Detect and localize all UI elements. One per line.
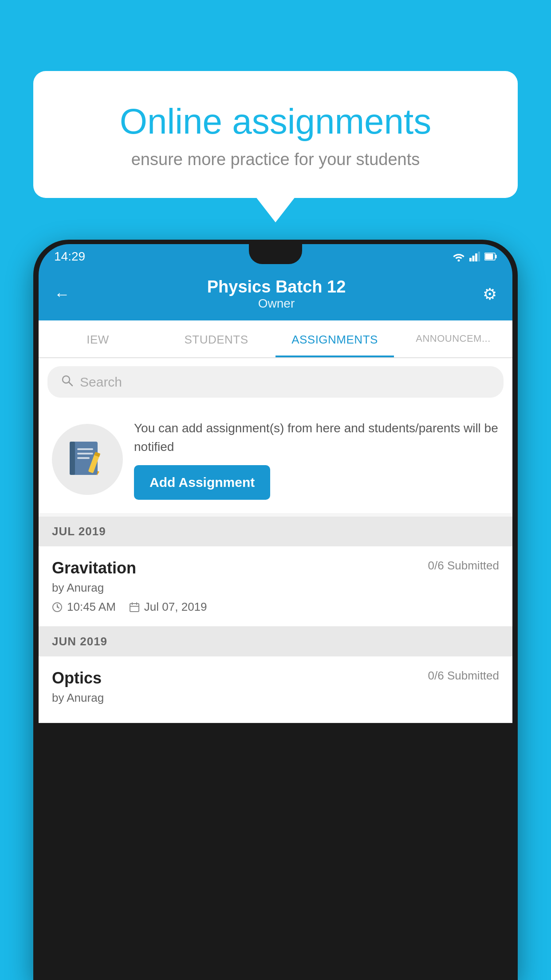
svg-rect-3 xyxy=(475,253,477,261)
notebook-icon xyxy=(67,439,107,479)
assignment-header-row: Gravitation 0/6 Submitted xyxy=(52,559,499,577)
settings-gear-icon[interactable]: ⚙ xyxy=(483,285,497,304)
svg-rect-1 xyxy=(469,258,472,261)
svg-rect-7 xyxy=(496,255,497,258)
header-title-group: Physics Batch 12 Owner xyxy=(207,277,346,311)
tab-announcements[interactable]: ANNOUNCEM... xyxy=(394,320,512,357)
svg-rect-11 xyxy=(70,442,75,475)
svg-rect-12 xyxy=(77,448,93,450)
svg-rect-14 xyxy=(77,457,90,459)
calendar-icon xyxy=(129,602,140,612)
assignment-by: by Anurag xyxy=(52,581,499,595)
add-assignment-button[interactable]: Add Assignment xyxy=(134,465,270,500)
back-button[interactable]: ← xyxy=(54,285,70,304)
assignment-date: Jul 07, 2019 xyxy=(129,600,207,614)
svg-rect-2 xyxy=(472,256,475,261)
tab-iew[interactable]: IEW xyxy=(39,320,157,357)
assignment-optics-submitted: 0/6 Submitted xyxy=(428,669,499,683)
assignment-optics-name: Optics xyxy=(52,669,102,688)
svg-rect-6 xyxy=(485,253,493,259)
tab-assignments[interactable]: ASSIGNMENTS xyxy=(276,320,394,357)
add-assignment-promo: You can add assignment(s) from here and … xyxy=(39,406,512,513)
assignment-name: Gravitation xyxy=(52,559,136,577)
notch xyxy=(249,244,302,264)
tab-students[interactable]: STUDENTS xyxy=(157,320,276,357)
clock-icon xyxy=(52,602,63,612)
status-icons xyxy=(453,252,497,261)
search-bar[interactable]: Search xyxy=(47,366,504,398)
svg-point-8 xyxy=(63,376,70,383)
signal-icon xyxy=(469,252,480,261)
status-time: 14:29 xyxy=(54,249,85,264)
svg-line-9 xyxy=(69,383,73,386)
battery-icon xyxy=(484,253,497,261)
search-icon xyxy=(61,374,73,390)
assignment-gravitation[interactable]: Gravitation 0/6 Submitted by Anurag 10:4… xyxy=(39,546,512,627)
svg-rect-4 xyxy=(478,252,480,261)
search-placeholder: Search xyxy=(80,375,122,390)
batch-title: Physics Batch 12 xyxy=(207,277,346,296)
speech-bubble-subtitle: ensure more practice for your students xyxy=(69,150,482,169)
svg-point-0 xyxy=(458,259,460,261)
assignment-submitted: 0/6 Submitted xyxy=(428,559,499,573)
wifi-icon xyxy=(453,252,465,261)
assignment-optics-by: by Anurag xyxy=(52,691,499,705)
speech-bubble: Online assignments ensure more practice … xyxy=(33,71,518,198)
app-header: ← Physics Batch 12 Owner ⚙ xyxy=(39,269,512,320)
svg-rect-19 xyxy=(130,604,139,612)
status-bar: 14:29 xyxy=(39,244,512,269)
tabs-bar: IEW STUDENTS ASSIGNMENTS ANNOUNCEM... xyxy=(39,320,512,358)
promo-description: You can add assignment(s) from here and … xyxy=(134,419,499,456)
assignment-meta: 10:45 AM Jul 07, 2019 xyxy=(52,600,499,614)
search-container: Search xyxy=(39,358,512,406)
phone-frame: 14:29 xyxy=(33,240,518,980)
assignment-optics-header-row: Optics 0/6 Submitted xyxy=(52,669,499,688)
assignment-time: 10:45 AM xyxy=(52,600,116,614)
screen-content: Search xyxy=(39,358,512,723)
owner-subtitle: Owner xyxy=(207,296,346,311)
speech-bubble-title: Online assignments xyxy=(69,102,482,141)
promo-right: You can add assignment(s) from here and … xyxy=(134,419,499,500)
phone-inner: 14:29 xyxy=(39,244,512,980)
svg-rect-13 xyxy=(77,453,93,454)
assignment-optics[interactable]: Optics 0/6 Submitted by Anurag xyxy=(39,656,512,723)
month-jul-2019: JUL 2019 xyxy=(39,517,512,546)
promo-icon-circle xyxy=(52,424,123,495)
month-jun-2019: JUN 2019 xyxy=(39,627,512,656)
